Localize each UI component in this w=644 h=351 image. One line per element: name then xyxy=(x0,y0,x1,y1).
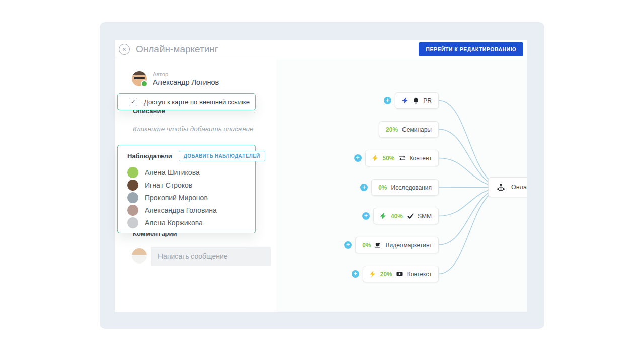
watchers-list: Алена ШитиковаИгнат СтроковПрокопий Миро… xyxy=(118,161,255,227)
bolt-icon xyxy=(372,155,379,161)
watcher-name: Прокопий Миронов xyxy=(145,194,208,202)
add-child-node-button[interactable]: + xyxy=(362,212,370,220)
current-user-avatar xyxy=(132,248,147,264)
watchers-card: Наблюдатели ДОБАВИТЬ НАБЛЮДАТЕЛЕЙ Алена … xyxy=(117,145,256,233)
go-to-edit-button[interactable]: ПЕРЕЙТИ К РЕДАКТИРОВАНИЮ xyxy=(419,42,523,56)
swap-arrows-icon xyxy=(399,155,406,161)
mindmap-panel: +PR20%Семинары+50%Контент+0%Исследования… xyxy=(276,58,527,312)
watcher-avatar xyxy=(127,205,138,216)
add-child-node-button[interactable]: + xyxy=(352,270,359,278)
watcher-name: Алена Шитикова xyxy=(145,168,200,177)
bolt-icon xyxy=(370,271,376,277)
node-progress: 20% xyxy=(386,126,398,133)
watcher-name: Игнат Строков xyxy=(145,181,192,189)
map-node-wrap: +0%Видеомаркетинг xyxy=(344,237,439,253)
external-link-access-card: ✓ Доступ к карте по внешней ссылке xyxy=(117,93,256,110)
description-placeholder[interactable]: Кликните чтобы добавить описание xyxy=(133,125,254,133)
banknote-icon xyxy=(396,271,403,277)
external-link-checkbox[interactable]: ✓ xyxy=(129,98,137,106)
coffee-cup-icon xyxy=(375,242,381,248)
watcher-avatar xyxy=(127,192,138,203)
author-name: Александр Логинов xyxy=(153,78,219,86)
map-node[interactable]: 20%Семинары xyxy=(379,121,439,138)
watcher-row: Алена Коржикова xyxy=(127,218,255,227)
node-label: Семинары xyxy=(402,126,432,133)
bolt-icon xyxy=(380,213,387,219)
close-icon[interactable]: × xyxy=(119,44,130,55)
map-node[interactable]: 0%Видеомаркетинг xyxy=(355,237,439,253)
map-node[interactable]: PR xyxy=(395,92,439,109)
watcher-avatar xyxy=(127,180,138,191)
map-node-wrap: +20%Контекст xyxy=(352,266,439,282)
watcher-row: Александра Головина xyxy=(127,206,255,215)
glasses-decoration xyxy=(134,77,145,79)
check-icon xyxy=(407,213,414,219)
map-node[interactable]: 20%Контекст xyxy=(363,266,439,282)
online-status-dot xyxy=(141,80,148,87)
map-node[interactable]: 50%Контент xyxy=(365,150,439,166)
watcher-avatar xyxy=(127,217,138,228)
map-title[interactable]: Онлайн-маркетинг xyxy=(136,44,419,55)
watcher-name: Алена Коржикова xyxy=(145,219,203,227)
map-node[interactable]: 0%Исследования xyxy=(371,179,439,196)
node-label: Видеомаркетинг xyxy=(385,242,432,249)
watcher-row: Алена Шитикова xyxy=(127,168,255,177)
author-label: Автор xyxy=(153,71,219,77)
node-label: Контекст xyxy=(407,271,432,278)
map-header: × Онлайн-маркетинг ПЕРЕЙТИ К РЕДАКТИРОВА… xyxy=(115,40,527,58)
watcher-row: Игнат Строков xyxy=(127,181,255,190)
external-link-checkbox-label: Доступ к карте по внешней ссылке xyxy=(144,98,250,106)
root-node-label: Онлайн-маркетинг xyxy=(511,184,527,191)
author-avatar xyxy=(132,71,147,86)
node-label: PR xyxy=(423,97,432,104)
add-child-node-button[interactable]: + xyxy=(384,97,391,104)
node-label: SMM xyxy=(418,213,432,220)
map-root-node[interactable]: Онлайн-маркетинг xyxy=(488,177,527,197)
watcher-avatar xyxy=(127,167,138,178)
anchor-icon xyxy=(497,184,505,191)
map-node[interactable]: 40%SMM xyxy=(373,208,439,224)
watchers-header: Наблюдатели ДОБАВИТЬ НАБЛЮДАТЕЛЕЙ xyxy=(118,145,255,161)
add-watchers-button[interactable]: ДОБАВИТЬ НАБЛЮДАТЕЛЕЙ xyxy=(179,151,265,161)
node-progress: 0% xyxy=(378,184,387,191)
bell-icon xyxy=(413,97,419,104)
comment-input[interactable] xyxy=(151,247,271,266)
add-child-node-button[interactable]: + xyxy=(344,241,352,249)
watchers-title: Наблюдатели xyxy=(127,152,172,160)
node-progress: 50% xyxy=(383,155,395,162)
details-panel: Автор Александр Логинов Описание Кликнит… xyxy=(115,58,276,312)
add-child-node-button[interactable]: + xyxy=(354,154,362,162)
map-view-card: × Онлайн-маркетинг ПЕРЕЙТИ К РЕДАКТИРОВА… xyxy=(100,22,544,329)
watcher-row: Прокопий Миронов xyxy=(127,193,255,202)
author-meta: Автор Александр Логинов xyxy=(153,71,219,86)
map-node-wrap: 20%Семинары xyxy=(379,121,439,138)
map-node-wrap: +50%Контент xyxy=(354,150,439,166)
bolt-icon xyxy=(402,97,409,104)
node-progress: 0% xyxy=(362,242,371,249)
node-progress: 20% xyxy=(380,271,392,278)
screen: × Онлайн-маркетинг ПЕРЕЙТИ К РЕДАКТИРОВА… xyxy=(0,0,644,351)
add-child-node-button[interactable]: + xyxy=(360,184,368,191)
author-block: Автор Александр Логинов xyxy=(132,71,219,86)
map-node-wrap: +PR xyxy=(384,92,439,109)
map-node-wrap: +40%SMM xyxy=(362,208,439,224)
map-node-wrap: +0%Исследования xyxy=(360,179,439,196)
node-label: Исследования xyxy=(391,184,432,191)
watcher-name: Александра Головина xyxy=(145,206,217,214)
node-progress: 40% xyxy=(391,213,403,220)
node-label: Контент xyxy=(410,155,432,162)
